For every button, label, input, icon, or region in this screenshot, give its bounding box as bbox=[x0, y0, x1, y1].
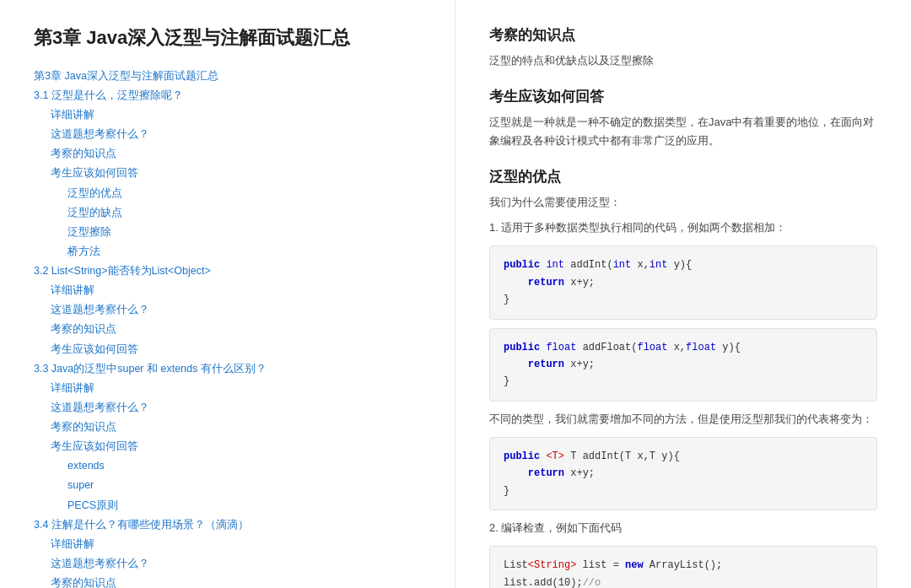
toc-33-what[interactable]: 这道题想考察什么？ bbox=[51, 398, 421, 418]
main-title: 第3章 Java深入泛型与注解面试题汇总 bbox=[34, 25, 421, 51]
toc-top-link[interactable]: 第3章 Java深入泛型与注解面试题汇总 bbox=[34, 67, 421, 86]
toc-31-knowledge[interactable]: 考察的知识点 bbox=[51, 144, 421, 164]
toc-32-knowledge[interactable]: 考察的知识点 bbox=[51, 320, 421, 339]
how-to-answer-title: 考生应该如何回答 bbox=[489, 87, 877, 106]
toc-34-what[interactable]: 这道题想考察什么？ bbox=[51, 554, 421, 574]
pros-title: 泛型的优点 bbox=[489, 167, 877, 186]
toc-33-super[interactable]: super bbox=[67, 476, 421, 495]
toc-33-pecs[interactable]: PECS原则 bbox=[67, 496, 421, 515]
code-block-3: public <T> T addInt(T x,T y){ return x+y… bbox=[489, 437, 877, 510]
toc-section-34[interactable]: 3.4 注解是什么？有哪些使用场景？（滴滴） bbox=[34, 515, 421, 535]
code-block-4: List<String> list = new ArrayList(); lis… bbox=[489, 546, 877, 588]
right-panel: 考察的知识点 泛型的特点和优缺点以及泛型擦除 考生应该如何回答 泛型就是一种就是… bbox=[456, 0, 911, 588]
code-block-1: public int addInt(int x,int y){ return x… bbox=[489, 245, 877, 319]
toc-section-31[interactable]: 3.1 泛型是什么，泛型擦除呢？ bbox=[34, 86, 421, 105]
knowledge-text: 泛型的特点和优缺点以及泛型擦除 bbox=[489, 51, 877, 70]
knowledge-title: 考察的知识点 bbox=[489, 25, 877, 45]
toc-31-how[interactable]: 考生应该如何回答 bbox=[51, 164, 421, 183]
middle-text: 不同的类型，我们就需要增加不同的方法，但是使用泛型那我们的代表将变为： bbox=[489, 410, 877, 429]
toc-section-32[interactable]: 3.2 List<String>能否转为List<Object> bbox=[34, 262, 421, 281]
toc-31-detail[interactable]: 详细讲解 bbox=[51, 105, 421, 125]
toc-33-how[interactable]: 考生应该如何回答 bbox=[51, 437, 421, 456]
toc-34-detail[interactable]: 详细讲解 bbox=[51, 535, 421, 554]
toc-32-how[interactable]: 考生应该如何回答 bbox=[51, 340, 421, 359]
left-panel: 第3章 Java深入泛型与注解面试题汇总 第3章 Java深入泛型与注解面试题汇… bbox=[0, 0, 456, 588]
toc-32-detail[interactable]: 详细讲解 bbox=[51, 281, 421, 300]
toc-32-what[interactable]: 这道题想考察什么？ bbox=[51, 300, 421, 320]
how-to-answer-text: 泛型就是一种就是一种不确定的数据类型，在Java中有着重要的地位，在面向对象编程… bbox=[489, 113, 877, 150]
toc-section-33[interactable]: 3.3 Java的泛型中super 和 extends 有什么区别？ bbox=[34, 359, 421, 379]
table-of-contents: 第3章 Java深入泛型与注解面试题汇总 3.1 泛型是什么，泛型擦除呢？ 详细… bbox=[34, 67, 421, 588]
pros-intro: 我们为什么需要使用泛型： bbox=[489, 193, 877, 212]
toc-31-pros[interactable]: 泛型的优点 bbox=[67, 184, 421, 203]
toc-33-detail[interactable]: 详细讲解 bbox=[51, 379, 421, 398]
toc-31-cons[interactable]: 泛型的缺点 bbox=[67, 203, 421, 223]
toc-31-erase[interactable]: 泛型擦除 bbox=[67, 223, 421, 242]
pros-point2: 2. 编译检查，例如下面代码 bbox=[489, 519, 877, 537]
code-block-2: public float addFloat(float x,float y){ … bbox=[489, 328, 877, 402]
toc-34-knowledge[interactable]: 考察的知识点 bbox=[51, 574, 421, 588]
toc-31-what[interactable]: 这道题想考察什么？ bbox=[51, 125, 421, 144]
toc-31-bridge[interactable]: 桥方法 bbox=[67, 242, 421, 262]
toc-33-extends[interactable]: extends bbox=[67, 456, 421, 476]
pros-point1: 1. 适用于多种数据类型执行相同的代码，例如两个数据相加： bbox=[489, 218, 877, 237]
toc-33-knowledge[interactable]: 考察的知识点 bbox=[51, 418, 421, 437]
